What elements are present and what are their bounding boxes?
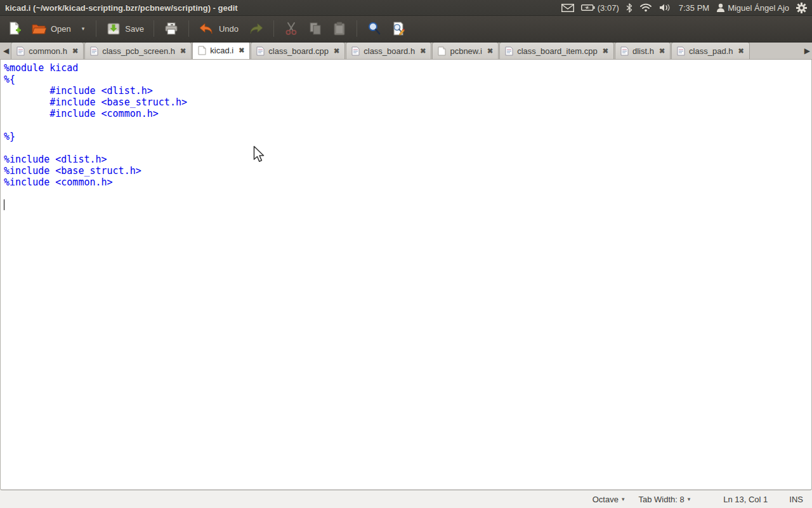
save-button[interactable]: Save xyxy=(103,19,147,38)
print-button[interactable] xyxy=(160,19,182,38)
tab-class-pad-h[interactable]: class_pad.h ✖ xyxy=(671,42,750,59)
tab-label: class_board_item.cpp xyxy=(517,46,597,56)
tab-pcbnew-i[interactable]: pcbnew.i ✖ xyxy=(432,42,499,59)
chevron-down-icon: ▾ xyxy=(688,496,691,502)
language-dropdown[interactable]: Octave ▾ xyxy=(593,495,625,504)
tab-class-board-h[interactable]: class_board.h ✖ xyxy=(346,42,431,59)
open-button-label: Open xyxy=(51,24,71,34)
tab-close-icon[interactable]: ✖ xyxy=(601,47,608,55)
paste-clipboard-icon xyxy=(332,21,347,36)
tab-scroll-left-icon[interactable]: ◀ xyxy=(1,43,11,59)
network-indicator[interactable] xyxy=(639,3,652,12)
user-icon xyxy=(716,3,725,13)
text-editor-area[interactable]: %module kicad %{ #include <dlist.h> #inc… xyxy=(0,60,812,490)
user-menu[interactable]: Miguel Ángel Ajo xyxy=(716,3,789,13)
code-line xyxy=(4,142,811,154)
tab-class-board-cpp[interactable]: class_board.cpp ✖ xyxy=(251,42,345,59)
open-recent-dropdown[interactable]: ▾ xyxy=(77,23,90,34)
tab-common-h[interactable]: common.h ✖ xyxy=(11,42,84,59)
toolbar-separator xyxy=(357,20,357,37)
new-document-button[interactable] xyxy=(4,19,25,38)
tab-close-icon[interactable]: ✖ xyxy=(486,47,493,55)
code-line xyxy=(4,188,811,199)
text-document-icon xyxy=(505,46,513,56)
tab-label: common.h xyxy=(29,46,67,56)
toolbar: Open ▾ Save xyxy=(0,16,812,41)
tab-label: kicad.i xyxy=(210,46,233,55)
code-line: %include <dlist.h> xyxy=(4,154,811,165)
text-document-icon xyxy=(351,46,360,56)
code-line xyxy=(4,199,811,211)
save-icon xyxy=(106,21,121,36)
print-icon xyxy=(164,21,179,36)
panel-indicators: (3:07) xyxy=(561,3,807,13)
paste-button[interactable] xyxy=(329,19,350,38)
text-document-icon xyxy=(256,46,265,56)
battery-icon xyxy=(581,4,595,11)
cut-button[interactable] xyxy=(280,19,302,38)
tab-class-pcb-screen-h[interactable]: class_pcb_screen.h ✖ xyxy=(84,42,192,59)
input-mode-label: INS xyxy=(789,495,803,504)
gedit-window: kicad.i (~/work/kicad-scripting.bzr/pcbn… xyxy=(0,0,812,508)
window-title: kicad.i (~/work/kicad-scripting.bzr/pcbn… xyxy=(5,3,238,13)
session-menu[interactable] xyxy=(796,3,807,13)
battery-time-label: (3:07) xyxy=(598,3,619,13)
tab-kicad-i-active[interactable]: kicad.i ✖ xyxy=(192,41,250,59)
code-line: #include <dlist.h> xyxy=(4,85,811,97)
language-label: Octave xyxy=(593,495,619,504)
battery-indicator[interactable]: (3:07) xyxy=(581,3,619,13)
tab-close-icon[interactable]: ✖ xyxy=(419,47,426,55)
gear-icon xyxy=(796,3,807,13)
tab-label: dlist.h xyxy=(632,46,654,56)
copy-button[interactable] xyxy=(304,19,326,38)
statusbar: Octave ▾ Tab Width: 8 ▾ Ln 13, Col 1 INS xyxy=(0,490,812,508)
mail-indicator[interactable] xyxy=(561,4,574,12)
tab-width-label: Tab Width: 8 xyxy=(638,495,684,504)
tab-dlist-h[interactable]: dlist.h ✖ xyxy=(615,42,671,59)
toolbar-separator xyxy=(188,20,189,37)
code-line: %include <common.h> xyxy=(4,177,811,188)
text-document-icon xyxy=(677,46,685,56)
blank-document-icon xyxy=(198,46,206,55)
code-line xyxy=(4,119,811,131)
wifi-icon xyxy=(639,3,652,12)
titlebar: kicad.i (~/work/kicad-scripting.bzr/pcbn… xyxy=(0,0,812,16)
tab-close-icon[interactable]: ✖ xyxy=(332,47,339,55)
text-cursor xyxy=(4,199,4,210)
tab-close-icon[interactable]: ✖ xyxy=(179,47,186,55)
tab-close-icon[interactable]: ✖ xyxy=(658,47,665,55)
mouse-pointer xyxy=(253,145,265,163)
tab-scroll-right-icon[interactable]: ▶ xyxy=(802,43,812,59)
tab-class-board-item-cpp[interactable]: class_board_item.cpp ✖ xyxy=(499,42,614,59)
new-document-icon xyxy=(7,21,22,36)
tab-label: pcbnew.i xyxy=(450,46,482,56)
chevron-down-icon: ▾ xyxy=(80,25,87,32)
toolbar-separator xyxy=(154,20,154,37)
bluetooth-indicator[interactable] xyxy=(626,3,632,13)
text-document-icon xyxy=(90,46,98,56)
tab-close-icon[interactable]: ✖ xyxy=(237,46,244,55)
code-line: #include <common.h> xyxy=(4,108,811,119)
search-button[interactable] xyxy=(363,19,385,38)
tab-close-icon[interactable]: ✖ xyxy=(71,47,78,55)
code-line: %{ xyxy=(4,74,811,85)
sound-indicator[interactable] xyxy=(659,3,672,12)
code-line: %module kicad xyxy=(4,62,811,74)
bluetooth-icon xyxy=(626,3,632,13)
open-button[interactable]: Open xyxy=(28,19,74,38)
tab-width-dropdown[interactable]: Tab Width: 8 ▾ xyxy=(638,495,690,504)
tab-label: class_board.h xyxy=(363,46,415,56)
clock-indicator[interactable]: 7:35 PM xyxy=(679,3,709,13)
find-replace-icon xyxy=(391,21,406,36)
undo-button[interactable]: Undo xyxy=(195,19,242,38)
cut-scissors-icon xyxy=(284,21,299,36)
tab-close-icon[interactable]: ✖ xyxy=(737,47,744,55)
clock-label: 7:35 PM xyxy=(679,3,709,13)
replace-button[interactable] xyxy=(388,19,409,38)
redo-button[interactable] xyxy=(244,19,267,38)
chevron-down-icon: ▾ xyxy=(622,496,625,502)
copy-icon xyxy=(308,21,323,36)
tab-label: class_board.cpp xyxy=(268,46,329,56)
tabbar: ◀ common.h ✖ class_pcb_screen.h ✖ xyxy=(0,41,812,60)
code-line: #include <base_struct.h> xyxy=(4,97,811,108)
